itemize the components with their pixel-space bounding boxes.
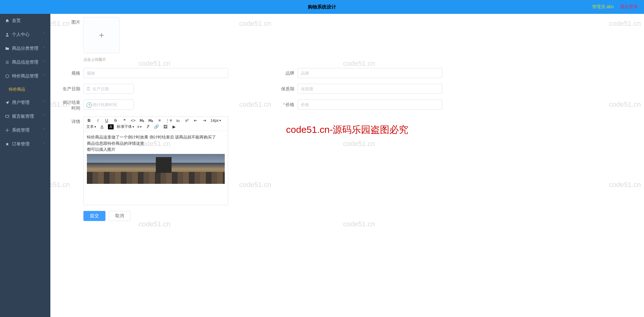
sidebar-item-profile[interactable]: 个人中心 ˅ [0,28,50,42]
image-icon[interactable]: 🖼 [162,124,168,129]
submit-button[interactable]: 提交 [83,211,105,221]
form-actions: 提交 取消 [83,211,635,221]
tag-icon [5,74,9,78]
bg-color-icon[interactable]: A [108,124,114,129]
bold-icon[interactable]: B [86,118,92,123]
sidebar-item-product[interactable]: 商品信息管理 ˅ [0,55,50,69]
sidebar: 首页 个人中心 ˅ 商品分类管理 ˅ 商品信息管理 ˅ 特价商品管理 ˅ 特价商… [0,14,50,317]
outdent-icon[interactable]: ⇥ [202,118,207,123]
link-icon[interactable]: 🔗 [154,124,159,129]
gear-icon [5,128,9,133]
ordered-list-icon[interactable]: ≡ [157,118,162,123]
sidebar-item-label: 订单管理 [12,141,30,147]
calendar-icon: 🗓 [86,86,91,92]
quote-icon[interactable]: ❝ [121,118,127,123]
superscript-icon[interactable]: x² [184,118,190,123]
brand-label: 品牌 [274,68,297,78]
editor-toolbar: B I U S ❝ <> H₁ H₂ ≡ ⋮≡ x₂ x² ⇤ [84,117,228,131]
shelf-label: 保质期 [274,84,297,94]
sidebar-item-messages[interactable]: 留言板管理 ˅ [0,110,50,123]
video-icon[interactable]: ▶ [171,124,177,129]
spec-label: 规格 [60,68,83,78]
editor-line: 商品信息跟特价商品的详情这里 [87,140,225,147]
font-type-select[interactable]: 文本▾ [86,124,96,129]
message-icon [5,114,9,119]
chevron-down-icon: ˅ [43,114,45,119]
sidebar-item-label: 系统管理 [12,127,30,133]
form-content: 图片 + 点击上传图片 规格 品牌 生产日期 [50,14,644,317]
image-label: 图片 [60,17,83,27]
upload-hint: 点击上传图片 [83,57,120,62]
prod-date-input[interactable] [83,84,134,94]
sidebar-item-users[interactable]: 用户管理 ˅ [0,96,50,110]
chevron-down-icon: ˅ [43,128,45,133]
sidebar-item-label: 用户管理 [12,100,30,105]
font-family-select[interactable]: 标准字体▾ [117,124,134,129]
code-icon[interactable]: <> [130,118,136,123]
detail-label: 详情 [60,116,83,127]
logout-link[interactable]: 退出登录 [620,4,638,10]
app-title: 购物系统设计 [308,4,336,10]
editor-inserted-image [87,154,225,184]
spec-input[interactable] [83,68,228,78]
sidebar-item-orders[interactable]: 订单管理 ˅ [0,137,50,151]
list-icon [5,60,9,65]
price-input[interactable] [297,99,442,110]
admin-link[interactable]: 管理员 abo [592,4,614,10]
sidebar-item-system[interactable]: 系统管理 ˅ [0,123,50,137]
editor-line: 特价商品这里做了一个倒计时效果 倒计时结束后 该商品就不能再购买了 [87,134,225,140]
sidebar-item-label: 特价商品管理 [12,73,38,79]
user-icon [5,32,9,37]
countdown-label: 倒计结束时间 [60,99,83,111]
brand-input[interactable] [297,68,442,78]
svg-point-3 [7,130,8,131]
sidebar-item-category[interactable]: 商品分类管理 ˅ [0,42,50,55]
font-color-icon[interactable]: A [99,124,105,129]
h2-icon[interactable]: H₂ [148,118,154,123]
chevron-down-icon: ˅ [43,46,45,51]
sidebar-item-label: 个人中心 [12,32,30,37]
header-right: 管理员 abo 退出登录 [592,4,638,10]
main-layout: 首页 个人中心 ˅ 商品分类管理 ˅ 商品信息管理 ˅ 特价商品管理 ˅ 特价商… [0,14,644,317]
watermark: code51.cn [138,220,171,228]
align-select[interactable]: ≡ ▾ [137,125,142,129]
sidebar-item-special-sub[interactable]: 特价商品 [0,83,50,96]
clock-icon: 🕒 [86,102,92,108]
chevron-down-icon: ˅ [43,100,45,105]
cancel-button[interactable]: 取消 [109,211,131,221]
folder-icon [5,46,9,51]
sidebar-item-label: 特价商品 [9,87,25,92]
home-icon [5,19,9,23]
watermark: code51.cn [343,220,375,228]
italic-icon[interactable]: I [95,118,101,123]
shelf-input[interactable] [297,84,442,94]
clear-format-icon[interactable]: T̷ [145,124,150,129]
svg-rect-2 [6,115,9,117]
svg-point-0 [7,33,8,35]
font-size-select[interactable]: 14px▾ [211,118,221,123]
sidebar-item-home[interactable]: 首页 [0,14,50,28]
strike-icon[interactable]: S [113,118,118,123]
app-header: 购物系统设计 管理员 abo 退出登录 [0,0,644,14]
upload-image-button[interactable]: + [83,17,120,53]
sidebar-item-label: 商品分类管理 [12,46,38,51]
plus-icon: + [99,30,104,40]
unordered-list-icon[interactable]: ⋮≡ [166,118,172,123]
sidebar-item-label: 留言板管理 [12,114,34,119]
price-label: *价格 [274,99,297,110]
chevron-down-icon: ˅ [43,32,45,37]
prod-date-label: 生产日期 [60,84,83,94]
send-icon [5,100,9,105]
sidebar-item-special[interactable]: 特价商品管理 ˅ [0,69,50,83]
editor-body[interactable]: 特价商品这里做了一个倒计时效果 倒计时结束后 该商品就不能再购买了 商品信息跟特… [84,131,228,205]
chevron-down-icon: ˅ [43,74,45,78]
sidebar-item-label: 商品信息管理 [12,59,38,65]
sidebar-item-label: 首页 [12,18,21,24]
editor-line: 都可以插入图片 [87,146,225,153]
svg-point-1 [6,75,9,78]
subscript-icon[interactable]: x₂ [175,118,181,123]
indent-icon[interactable]: ⇤ [193,118,199,123]
h1-icon[interactable]: H₁ [139,118,145,123]
underline-icon[interactable]: U [104,118,110,123]
chevron-down-icon: ˅ [43,60,45,65]
